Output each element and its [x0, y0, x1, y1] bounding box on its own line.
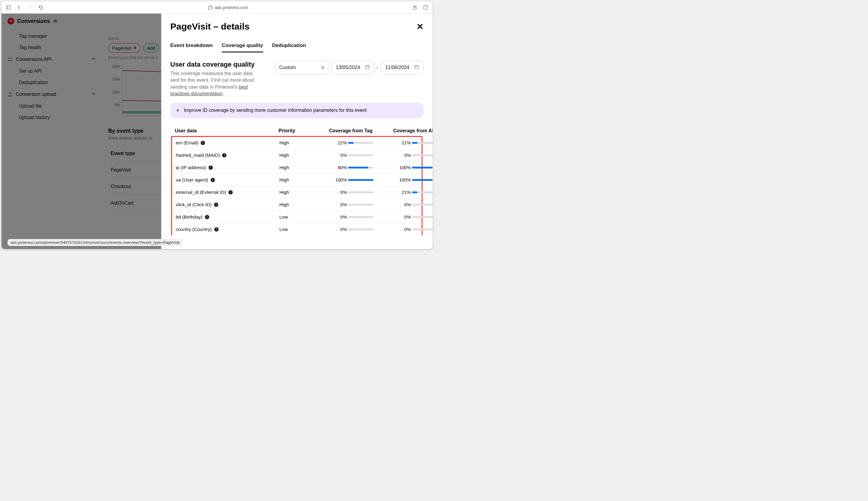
- col-priority: Priority: [278, 128, 309, 134]
- user-data-label: external_id (External ID): [176, 190, 226, 195]
- table-row: click_id (Click ID)iHigh0%0%: [172, 198, 422, 211]
- svg-rect-5: [424, 6, 427, 9]
- user-data-name: ip (IP address)i: [176, 165, 278, 170]
- url-display[interactable]: ads.pinterest.com: [208, 5, 248, 10]
- api-pct: 0%: [375, 152, 411, 158]
- tab-label: Event breakdown: [170, 43, 213, 48]
- coverage-table: User data Priority Coverage from Tag Cov…: [170, 125, 424, 236]
- date-pickers: Custom ✕ 13/05/2024 - 11/06/2024: [275, 61, 424, 74]
- tab-event-breakdown[interactable]: Event breakdown: [170, 43, 213, 52]
- user-data-name: bd (Birthday)i: [176, 214, 278, 220]
- table-row: bd (Birthday)iLow0%0%: [172, 211, 422, 223]
- tag-bar: [348, 204, 373, 205]
- user-data-name: click_id (Click ID)i: [176, 202, 278, 207]
- user-data-name: ua (User agent)i: [176, 177, 278, 183]
- tag-bar: [348, 228, 373, 230]
- api-bar: [412, 204, 432, 205]
- svg-rect-2: [208, 7, 212, 9]
- info-icon[interactable]: i: [214, 203, 218, 207]
- priority-value: High: [279, 202, 310, 207]
- api-pct: 0%: [375, 214, 411, 220]
- svg-rect-0: [6, 6, 11, 9]
- table-row: ip (IP address)iHigh80%100%: [172, 161, 422, 174]
- range-preset-label: Custom: [279, 65, 296, 70]
- col-user-data: User data: [175, 128, 277, 134]
- info-icon[interactable]: i: [222, 153, 226, 157]
- svg-rect-21: [415, 65, 418, 69]
- tab-label: Deduplication: [272, 43, 306, 48]
- api-bar: [412, 179, 432, 181]
- date-to-input[interactable]: 11/06/2024: [381, 61, 424, 74]
- priority-value: Low: [279, 214, 310, 220]
- coverage-tip-banner: ✦ Improve ID coverage by sending more cu…: [170, 103, 424, 118]
- info-icon[interactable]: i: [211, 178, 215, 182]
- api-pct: 21%: [375, 190, 411, 195]
- range-preset-select[interactable]: Custom ✕: [275, 61, 329, 74]
- site-settings-icon[interactable]: [208, 5, 213, 10]
- info-icon[interactable]: i: [205, 215, 209, 219]
- table-row: external_id (External ID)iHigh0%21%: [172, 186, 422, 198]
- tabs-icon[interactable]: [423, 5, 428, 10]
- tag-pct: 0%: [311, 190, 347, 195]
- priority-value: High: [279, 140, 310, 146]
- coverage-title: User data coverage quality: [170, 61, 269, 68]
- api-pct: 21%: [375, 140, 411, 145]
- user-data-label: em (Email): [176, 140, 198, 146]
- col-coverage-api: Coverage from API: [374, 128, 432, 134]
- info-icon[interactable]: i: [214, 227, 218, 232]
- coverage-desc-tail: .: [223, 91, 224, 96]
- tag-bar: [348, 216, 373, 218]
- user-data-label: hashed_maid (MAID): [176, 152, 220, 158]
- back-icon[interactable]: [17, 5, 22, 10]
- user-data-label: country (Country): [176, 227, 212, 232]
- priority-value: High: [279, 165, 310, 170]
- tab-coverage-quality[interactable]: Coverage quality: [222, 43, 263, 52]
- api-bar: [412, 167, 432, 169]
- tab-deduplication[interactable]: Deduplication: [272, 43, 306, 52]
- calendar-icon: [414, 64, 419, 71]
- col-coverage-tag: Coverage from Tag: [310, 128, 373, 134]
- share-icon[interactable]: [412, 5, 417, 10]
- api-bar: [412, 216, 432, 218]
- sidebar-toggle-icon[interactable]: [6, 5, 11, 10]
- user-data-name: hashed_maid (MAID)i: [176, 152, 278, 158]
- app-area: Conversions Tag manager Tag health Conve…: [1, 13, 432, 249]
- table-row: em (Email)iHigh22%21%: [172, 137, 422, 149]
- coverage-table-head: User data Priority Coverage from Tag Cov…: [171, 126, 422, 136]
- tag-pct: 0%: [311, 152, 347, 158]
- close-button[interactable]: ✕: [417, 22, 424, 32]
- tag-bar: [348, 179, 373, 181]
- priority-value: High: [279, 177, 310, 183]
- tag-pct: 100%: [311, 177, 347, 182]
- priority-value: High: [279, 152, 310, 158]
- tag-bar: [348, 154, 373, 156]
- date-to-value: 11/06/2024: [385, 65, 409, 70]
- api-bar: [412, 154, 432, 156]
- url-text: ads.pinterest.com: [215, 5, 248, 10]
- browser-toolbar: ads.pinterest.com: [1, 1, 432, 13]
- date-from-input[interactable]: 13/05/2024: [332, 61, 374, 74]
- api-pct: 100%: [375, 165, 411, 170]
- table-row: hashed_maid (MAID)iHigh0%0%: [172, 149, 422, 161]
- api-pct: 100%: [375, 177, 411, 182]
- tag-bar: [348, 167, 373, 169]
- status-url-pill: ads.pinterest.com/advertiser/54975702613…: [8, 239, 183, 246]
- coverage-table-body: em (Email)iHigh22%21%hashed_maid (MAID)i…: [171, 136, 422, 235]
- tag-bar: [348, 142, 373, 144]
- user-data-name: em (Email)i: [176, 140, 278, 146]
- info-icon[interactable]: i: [228, 190, 233, 194]
- clear-icon[interactable]: ✕: [321, 65, 324, 71]
- info-icon[interactable]: i: [201, 141, 205, 145]
- priority-value: High: [279, 190, 310, 195]
- tag-pct: 22%: [311, 140, 347, 145]
- drawer-title: PageVisit – details: [170, 21, 249, 32]
- drawer-tabs: Event breakdown Coverage quality Dedupli…: [170, 43, 424, 53]
- user-data-label: ua (User agent): [176, 177, 208, 183]
- api-bar: [412, 228, 432, 230]
- reload-icon[interactable]: [38, 5, 44, 10]
- status-url-text: ads.pinterest.com/advertiser/54975702613…: [11, 240, 180, 245]
- tag-bar: [348, 191, 373, 193]
- details-drawer: PageVisit – details ✕ Event breakdown Co…: [161, 13, 432, 249]
- user-data-label: click_id (Click ID): [176, 202, 212, 207]
- info-icon[interactable]: i: [208, 166, 213, 170]
